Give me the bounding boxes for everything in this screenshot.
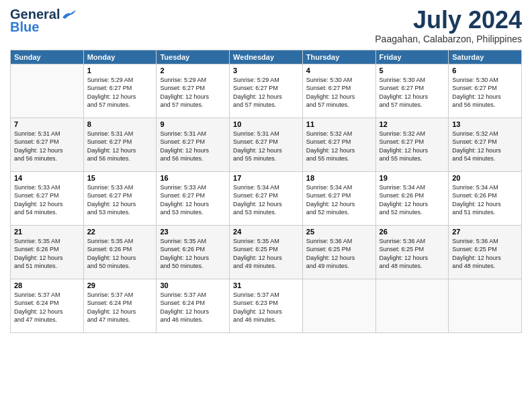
calendar-cell: 5Sunrise: 5:30 AM Sunset: 6:27 PM Daylig… — [375, 64, 449, 118]
cell-content: Sunrise: 5:37 AM Sunset: 6:24 PM Dayligh… — [160, 291, 226, 324]
cell-content: Sunrise: 5:32 AM Sunset: 6:27 PM Dayligh… — [306, 130, 372, 163]
cell-content: Sunrise: 5:36 AM Sunset: 6:25 PM Dayligh… — [306, 237, 372, 271]
cell-content: Sunrise: 5:30 AM Sunset: 6:27 PM Dayligh… — [452, 76, 518, 109]
calendar-cell: 17Sunrise: 5:34 AM Sunset: 6:27 PM Dayli… — [230, 171, 303, 225]
day-number: 31 — [233, 281, 299, 289]
day-number: 30 — [160, 281, 226, 289]
cell-content: Sunrise: 5:37 AM Sunset: 6:24 PM Dayligh… — [14, 291, 80, 324]
day-number: 22 — [87, 228, 153, 236]
calendar-table: SundayMondayTuesdayWednesdayThursdayFrid… — [10, 50, 522, 333]
cell-content: Sunrise: 5:33 AM Sunset: 6:27 PM Dayligh… — [87, 183, 153, 217]
calendar-cell: 18Sunrise: 5:34 AM Sunset: 6:27 PM Dayli… — [302, 171, 375, 225]
cell-content: Sunrise: 5:34 AM Sunset: 6:27 PM Dayligh… — [233, 183, 299, 217]
page: General Blue July 2024 Paagahan, Calabar… — [0, 0, 532, 411]
calendar-cell: 30Sunrise: 5:37 AM Sunset: 6:24 PM Dayli… — [157, 279, 230, 332]
logo: General Blue — [10, 7, 76, 35]
day-number: 23 — [160, 228, 226, 236]
calendar-cell — [11, 64, 84, 118]
day-number: 14 — [14, 174, 80, 182]
calendar-cell: 26Sunrise: 5:36 AM Sunset: 6:25 PM Dayli… — [375, 225, 449, 279]
cell-content: Sunrise: 5:35 AM Sunset: 6:26 PM Dayligh… — [160, 237, 226, 271]
day-number: 20 — [452, 174, 518, 182]
day-number: 28 — [14, 281, 80, 289]
day-number: 17 — [233, 174, 299, 182]
cell-content: Sunrise: 5:29 AM Sunset: 6:27 PM Dayligh… — [233, 76, 299, 109]
title-block: July 2024 Paagahan, Calabarzon, Philippi… — [375, 7, 522, 44]
cell-content: Sunrise: 5:31 AM Sunset: 6:27 PM Dayligh… — [233, 130, 299, 163]
calendar-cell: 21Sunrise: 5:35 AM Sunset: 6:26 PM Dayli… — [11, 225, 84, 279]
cell-content: Sunrise: 5:36 AM Sunset: 6:25 PM Dayligh… — [380, 237, 445, 271]
logo-blue: Blue — [10, 19, 39, 35]
calendar-cell: 20Sunrise: 5:34 AM Sunset: 6:26 PM Dayli… — [449, 171, 522, 225]
header-row: SundayMondayTuesdayWednesdayThursdayFrid… — [11, 50, 522, 64]
calendar-cell: 22Sunrise: 5:35 AM Sunset: 6:26 PM Dayli… — [83, 225, 157, 279]
cell-content: Sunrise: 5:32 AM Sunset: 6:27 PM Dayligh… — [380, 130, 445, 163]
day-number: 8 — [87, 120, 153, 128]
calendar-cell — [302, 279, 375, 332]
cell-content: Sunrise: 5:31 AM Sunset: 6:27 PM Dayligh… — [87, 130, 153, 163]
calendar-cell: 7Sunrise: 5:31 AM Sunset: 6:27 PM Daylig… — [11, 118, 84, 171]
day-number: 5 — [380, 66, 445, 75]
col-header-tuesday: Tuesday — [157, 50, 230, 64]
week-row-5: 28Sunrise: 5:37 AM Sunset: 6:24 PM Dayli… — [11, 279, 522, 332]
day-number: 21 — [14, 228, 80, 236]
cell-content: Sunrise: 5:29 AM Sunset: 6:27 PM Dayligh… — [160, 76, 226, 109]
col-header-wednesday: Wednesday — [230, 50, 303, 64]
calendar-cell: 27Sunrise: 5:36 AM Sunset: 6:25 PM Dayli… — [449, 225, 522, 279]
calendar-cell: 1Sunrise: 5:29 AM Sunset: 6:27 PM Daylig… — [83, 64, 157, 118]
location-title: Paagahan, Calabarzon, Philippines — [375, 34, 522, 44]
cell-content: Sunrise: 5:34 AM Sunset: 6:26 PM Dayligh… — [380, 183, 445, 217]
day-number: 16 — [160, 174, 226, 182]
col-header-thursday: Thursday — [302, 50, 375, 64]
day-number: 15 — [87, 174, 153, 182]
calendar-cell: 14Sunrise: 5:33 AM Sunset: 6:27 PM Dayli… — [11, 171, 84, 225]
cell-content: Sunrise: 5:33 AM Sunset: 6:27 PM Dayligh… — [14, 183, 80, 217]
day-number: 18 — [306, 174, 372, 182]
cell-content: Sunrise: 5:37 AM Sunset: 6:23 PM Dayligh… — [233, 291, 299, 324]
day-number: 3 — [233, 66, 299, 75]
cell-content: Sunrise: 5:30 AM Sunset: 6:27 PM Dayligh… — [306, 76, 372, 109]
calendar-cell: 6Sunrise: 5:30 AM Sunset: 6:27 PM Daylig… — [449, 64, 522, 118]
calendar-cell — [375, 279, 449, 332]
cell-content: Sunrise: 5:35 AM Sunset: 6:26 PM Dayligh… — [14, 237, 80, 271]
week-row-2: 7Sunrise: 5:31 AM Sunset: 6:27 PM Daylig… — [11, 118, 522, 171]
calendar-cell: 8Sunrise: 5:31 AM Sunset: 6:27 PM Daylig… — [83, 118, 157, 171]
day-number: 19 — [380, 174, 445, 182]
calendar-cell: 31Sunrise: 5:37 AM Sunset: 6:23 PM Dayli… — [230, 279, 303, 332]
day-number: 2 — [160, 66, 226, 75]
calendar-cell: 10Sunrise: 5:31 AM Sunset: 6:27 PM Dayli… — [230, 118, 303, 171]
cell-content: Sunrise: 5:37 AM Sunset: 6:24 PM Dayligh… — [87, 291, 153, 324]
day-number: 12 — [380, 120, 445, 128]
calendar-cell: 19Sunrise: 5:34 AM Sunset: 6:26 PM Dayli… — [375, 171, 449, 225]
week-row-4: 21Sunrise: 5:35 AM Sunset: 6:26 PM Dayli… — [11, 225, 522, 279]
day-number: 4 — [306, 66, 372, 75]
day-number: 13 — [452, 120, 518, 128]
cell-content: Sunrise: 5:29 AM Sunset: 6:27 PM Dayligh… — [87, 76, 153, 109]
calendar-cell: 24Sunrise: 5:35 AM Sunset: 6:25 PM Dayli… — [230, 225, 303, 279]
calendar-cell: 4Sunrise: 5:30 AM Sunset: 6:27 PM Daylig… — [302, 64, 375, 118]
day-number: 9 — [160, 120, 226, 128]
col-header-friday: Friday — [375, 50, 449, 64]
day-number: 11 — [306, 120, 372, 128]
col-header-sunday: Sunday — [11, 50, 84, 64]
day-number: 7 — [14, 120, 80, 128]
calendar-cell: 11Sunrise: 5:32 AM Sunset: 6:27 PM Dayli… — [302, 118, 375, 171]
calendar-cell: 25Sunrise: 5:36 AM Sunset: 6:25 PM Dayli… — [302, 225, 375, 279]
day-number: 27 — [452, 228, 518, 236]
day-number: 24 — [233, 228, 299, 236]
cell-content: Sunrise: 5:35 AM Sunset: 6:26 PM Dayligh… — [87, 237, 153, 271]
day-number: 26 — [380, 228, 445, 236]
logo-bird-icon — [61, 9, 76, 20]
calendar-cell: 13Sunrise: 5:32 AM Sunset: 6:27 PM Dayli… — [449, 118, 522, 171]
cell-content: Sunrise: 5:31 AM Sunset: 6:27 PM Dayligh… — [14, 130, 80, 163]
month-title: July 2024 — [375, 7, 522, 34]
header: General Blue July 2024 Paagahan, Calabar… — [10, 7, 522, 44]
col-header-monday: Monday — [83, 50, 157, 64]
cell-content: Sunrise: 5:30 AM Sunset: 6:27 PM Dayligh… — [380, 76, 445, 109]
day-number: 25 — [306, 228, 372, 236]
week-row-1: 1Sunrise: 5:29 AM Sunset: 6:27 PM Daylig… — [11, 64, 522, 118]
cell-content: Sunrise: 5:32 AM Sunset: 6:27 PM Dayligh… — [452, 130, 518, 163]
day-number: 6 — [452, 66, 518, 75]
calendar-cell — [449, 279, 522, 332]
calendar-cell: 28Sunrise: 5:37 AM Sunset: 6:24 PM Dayli… — [11, 279, 84, 332]
